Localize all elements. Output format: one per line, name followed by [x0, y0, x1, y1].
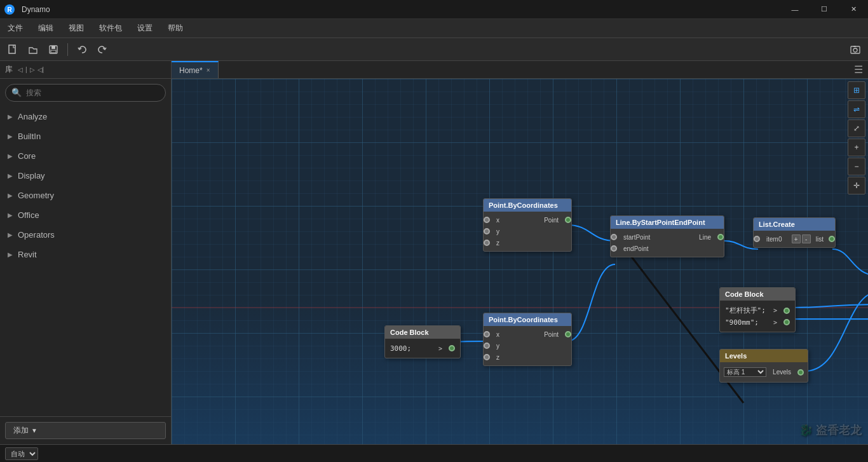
menubar: 文件 编辑 视图 软件包 设置 帮助: [0, 19, 868, 38]
sidebar-label-geometry: Geometry: [18, 191, 54, 200]
port-dot: [484, 354, 490, 360]
port-out-dot2: [783, 319, 790, 325]
code2-text2: "900mm";: [725, 318, 759, 327]
port-startpoint-label: startPoint: [620, 234, 654, 241]
node-codeblock2[interactable]: Code Block "栏杆扶手"; > "900mm"; >: [719, 287, 796, 332]
tab-menu-icon[interactable]: ☰: [854, 64, 863, 76]
canvas-btn-zoom-out[interactable]: −: [848, 158, 865, 175]
menu-edit[interactable]: 编辑: [31, 19, 61, 38]
run-mode-select[interactable]: 自动 手动: [5, 447, 38, 460]
canvas-btn-layout[interactable]: ⊞: [848, 81, 865, 99]
save-button[interactable]: [44, 41, 62, 58]
add-label: 添加: [13, 425, 29, 436]
node-line-header: Line.ByStartPointEndPoint: [611, 216, 724, 229]
arrow-icon: ▶: [8, 172, 13, 179]
screenshot-button[interactable]: [846, 41, 864, 58]
new-button[interactable]: [4, 41, 22, 58]
tab-close-button[interactable]: ×: [207, 67, 210, 74]
sidebar-item-display[interactable]: ▶ Display: [0, 166, 171, 186]
sidebar-bottom: 添加 ▼: [0, 416, 171, 444]
node-list-create[interactable]: List.Create item0 + - list: [753, 217, 836, 248]
menu-view[interactable]: 视图: [61, 19, 92, 38]
node-point1-body: x Point y z: [484, 212, 571, 251]
sidebar-item-revit[interactable]: ▶ Revit: [0, 245, 171, 264]
node-list-body: item0 + - list: [754, 231, 835, 247]
node-codeblock1-body: 3000; >: [385, 339, 460, 358]
sidebar-item-office[interactable]: ▶ Office: [0, 205, 171, 225]
node-point2[interactable]: Point.ByCoordinates x Point y z: [483, 313, 572, 366]
menu-help[interactable]: 帮助: [160, 19, 191, 38]
sidebar-label-display: Display: [18, 171, 45, 180]
list-remove-button[interactable]: -: [802, 234, 811, 243]
menu-settings[interactable]: 设置: [130, 19, 160, 38]
node-line[interactable]: Line.ByStartPointEndPoint startPoint Lin…: [610, 215, 724, 257]
node-levels[interactable]: Levels 标高 1 Levels: [719, 349, 808, 383]
lib-icon-4[interactable]: ◁|: [37, 66, 44, 73]
canvas-btn-fit[interactable]: ✛: [848, 177, 865, 194]
node-codeblock1[interactable]: Code Block 3000; >: [384, 325, 461, 358]
port-out-dot: [565, 217, 571, 223]
app-title: Dynamo: [19, 5, 780, 14]
add-button[interactable]: 添加 ▼: [5, 422, 166, 439]
arrow-icon: ▶: [8, 113, 13, 120]
sidebar-items-list: ▶ Analyze ▶ BuiltIn ▶ Core ▶ Display ▶ G…: [0, 107, 171, 416]
sidebar-item-geometry[interactable]: ▶ Geometry: [0, 186, 171, 205]
canvas-btn-fullscreen[interactable]: ⤢: [848, 119, 865, 137]
titlebar: R Dynamo — ☐ ✕: [0, 0, 868, 19]
close-button[interactable]: ✕: [839, 0, 868, 19]
port-dot: [484, 228, 490, 234]
sidebar-item-builtin[interactable]: ▶ BuiltIn: [0, 126, 171, 146]
port-x-label: x: [492, 217, 503, 224]
sidebar-item-operators[interactable]: ▶ Operators: [0, 225, 171, 245]
canvas-btn-zoom-in[interactable]: +: [848, 139, 865, 156]
port-dot: [484, 217, 490, 223]
port-dot: [484, 240, 490, 246]
port-dot: [611, 245, 617, 252]
node-codeblock2-header: Code Block: [720, 288, 795, 301]
svg-point-7: [853, 48, 857, 52]
tab-extra: ☰: [854, 61, 868, 78]
canvas-btn-connect[interactable]: ⇌: [848, 100, 865, 118]
port-out-label: >: [435, 345, 446, 352]
search-icon: 🔍: [11, 88, 22, 97]
canvas[interactable]: Point.ByCoordinates x Point y z Point.By…: [172, 79, 868, 444]
port-dot: [611, 234, 617, 240]
lib-icon-2[interactable]: |: [25, 66, 27, 73]
open-button[interactable]: [24, 41, 42, 58]
undo-button[interactable]: [73, 41, 91, 58]
lib-icon-3[interactable]: ▷: [30, 66, 35, 73]
port-list-label: list: [812, 236, 827, 243]
menu-file[interactable]: 文件: [0, 19, 31, 38]
sidebar-label-core: Core: [18, 151, 36, 161]
sidebar-label-office: Office: [18, 210, 39, 220]
node-point1[interactable]: Point.ByCoordinates x Point y z: [483, 198, 572, 252]
library-label: 库 ◁ | ▷ ◁|: [0, 61, 172, 78]
levels-dropdown[interactable]: 标高 1: [724, 367, 766, 377]
port-z-label: z: [492, 240, 503, 247]
arrow-icon: ▶: [8, 231, 13, 238]
node-line-body: startPoint Line endPoint: [611, 229, 724, 257]
port-dot: [484, 331, 490, 337]
list-add-button[interactable]: +: [792, 234, 801, 243]
redo-button[interactable]: [93, 41, 111, 58]
app-icon: R: [0, 0, 19, 19]
code1-text: 3000;: [390, 344, 411, 353]
menu-packages[interactable]: 软件包: [92, 19, 130, 38]
home-tab[interactable]: Home* ×: [172, 61, 219, 78]
node-point2-header: Point.ByCoordinates: [484, 313, 571, 326]
lib-icon-1[interactable]: ◁: [18, 66, 23, 73]
maximize-button[interactable]: ☐: [810, 0, 839, 19]
port-dot: [484, 343, 490, 349]
port-out-label2: >: [770, 319, 781, 326]
port-dot: [754, 236, 760, 242]
search-input[interactable]: [5, 84, 166, 102]
sidebar-item-analyze[interactable]: ▶ Analyze: [0, 107, 171, 126]
port-x-label: x: [492, 331, 503, 338]
port-out-dot: [449, 345, 455, 351]
sidebar-item-core[interactable]: ▶ Core: [0, 146, 171, 166]
port-point-label: Point: [540, 331, 562, 338]
port-z-label: z: [492, 354, 503, 361]
svg-rect-4: [51, 46, 55, 49]
svg-rect-10: [172, 79, 868, 444]
minimize-button[interactable]: —: [780, 0, 810, 19]
